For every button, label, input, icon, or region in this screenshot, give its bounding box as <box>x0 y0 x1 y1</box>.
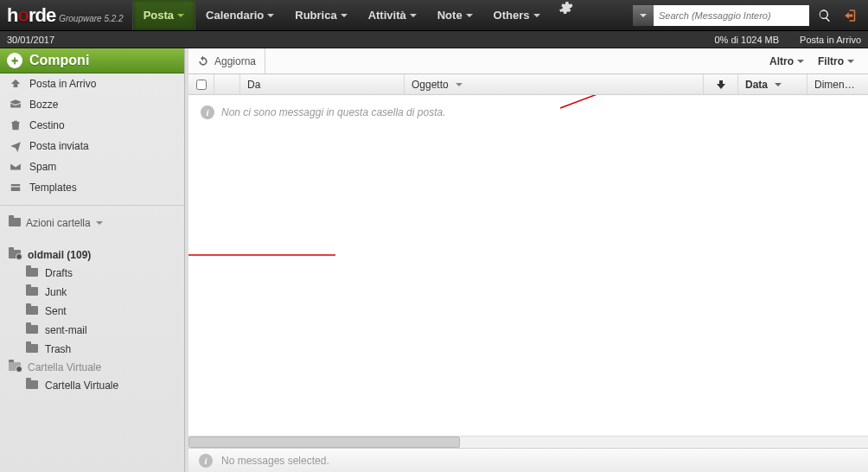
search-input[interactable] <box>654 5 809 26</box>
nav-others[interactable]: Others <box>483 0 551 30</box>
status-text: No messages selected. <box>221 455 329 467</box>
sidebar-virtual-folder-item[interactable]: Cartella Virtuale <box>0 376 184 395</box>
sidebar-subfolder-sentmail[interactable]: sent-mail <box>0 321 184 340</box>
info-icon: i <box>199 454 213 468</box>
sidebar-subfolder-drafts[interactable]: Drafts <box>0 264 184 283</box>
app-logo[interactable]: horde Groupware 5.2.2 <box>7 4 124 27</box>
inbox-icon <box>9 77 22 91</box>
sidebar-folder-actions[interactable]: Azioni cartella <box>0 214 184 233</box>
folder-icon <box>26 305 38 317</box>
sidebar-folder-oldmail[interactable]: oldmail (109) <box>0 246 184 264</box>
folder-container-icon <box>9 249 21 261</box>
status-bar: i No messages selected. <box>188 448 868 472</box>
draft-icon <box>9 98 22 112</box>
sidebar-item-templates[interactable]: Templates <box>0 177 184 198</box>
folder-icon <box>9 217 21 229</box>
refresh-button[interactable]: Aggiorna <box>188 48 265 73</box>
nav-calendar[interactable]: Calendario <box>195 0 284 30</box>
chevron-down-icon <box>533 14 540 17</box>
column-subject[interactable]: Oggetto <box>405 74 704 94</box>
current-folder-name: Posta in Arrivo <box>800 35 861 45</box>
sidebar-item-sent[interactable]: Posta inviata <box>0 136 184 156</box>
sidebar-subfolder-trash[interactable]: Trash <box>0 340 184 359</box>
folder-icon <box>26 380 38 392</box>
nav-addressbook[interactable]: Rubrica <box>284 0 357 30</box>
templates-icon <box>9 181 22 195</box>
nav-mail[interactable]: Posta <box>133 0 195 30</box>
folder-icon <box>26 286 38 298</box>
sidebar-virtual-folder-header[interactable]: Cartella Virtuale <box>0 359 184 376</box>
select-all-checkbox[interactable] <box>196 80 207 90</box>
column-flag[interactable] <box>214 74 240 94</box>
search-button[interactable] <box>814 5 835 26</box>
sidebar-subfolder-sent[interactable]: Sent <box>0 302 184 321</box>
empty-mailbox-message: i Non ci sono messaggi in questa casella… <box>188 95 868 130</box>
column-date[interactable]: Data <box>738 74 807 94</box>
current-date: 30/01/2017 <box>7 35 54 45</box>
sidebar-item-inbox[interactable]: Posta in Arrivo <box>0 73 184 94</box>
search-scope-dropdown[interactable] <box>633 5 654 26</box>
search-icon <box>818 9 832 22</box>
nav-tasks[interactable]: Attività <box>358 0 427 30</box>
refresh-icon <box>197 55 209 67</box>
chevron-down-icon <box>775 83 782 86</box>
folder-container-icon <box>9 361 21 373</box>
folder-icon <box>26 324 38 336</box>
quota-text: 0% di 1024 MB <box>714 35 779 45</box>
sidebar-item-trash[interactable]: Cestino <box>0 115 184 136</box>
chevron-down-icon <box>466 14 473 17</box>
column-select-all[interactable] <box>188 74 214 94</box>
filter-dropdown[interactable]: Filtro <box>813 55 859 67</box>
plus-icon: + <box>7 53 22 68</box>
folder-icon <box>26 343 38 355</box>
app-version: Groupware 5.2.2 <box>59 14 124 23</box>
column-from[interactable]: Da <box>240 74 405 94</box>
annotation-arrow <box>188 242 335 268</box>
chevron-down-icon <box>341 14 348 17</box>
chevron-down-icon <box>267 14 274 17</box>
chevron-down-icon <box>456 83 463 86</box>
sidebar-item-spam[interactable]: Spam <box>0 156 184 177</box>
sent-icon <box>9 139 22 153</box>
logout-icon <box>843 8 858 23</box>
more-dropdown[interactable]: Altro <box>764 55 809 67</box>
nav-notes[interactable]: Note <box>427 0 483 30</box>
chevron-down-icon <box>177 14 184 17</box>
sidebar-subfolder-junk[interactable]: Junk <box>0 283 184 302</box>
sidebar-item-drafts[interactable]: Bozze <box>0 94 184 115</box>
chevron-down-icon <box>96 221 103 225</box>
chevron-down-icon <box>410 14 417 17</box>
folder-icon <box>26 267 38 279</box>
info-icon: i <box>201 105 214 119</box>
column-sort-indicator[interactable] <box>704 74 738 94</box>
column-size[interactable]: Dimen… <box>807 74 868 94</box>
arrow-down-icon <box>717 80 725 89</box>
chevron-down-icon <box>847 60 854 63</box>
gear-icon[interactable] <box>551 0 580 30</box>
spam-icon <box>9 160 22 174</box>
compose-button[interactable]: + Componi <box>0 48 184 73</box>
logout-button[interactable] <box>840 5 861 26</box>
horizontal-scrollbar[interactable] <box>188 436 868 448</box>
chevron-down-icon <box>797 60 804 63</box>
chevron-down-icon <box>640 14 647 17</box>
trash-icon <box>9 118 22 132</box>
